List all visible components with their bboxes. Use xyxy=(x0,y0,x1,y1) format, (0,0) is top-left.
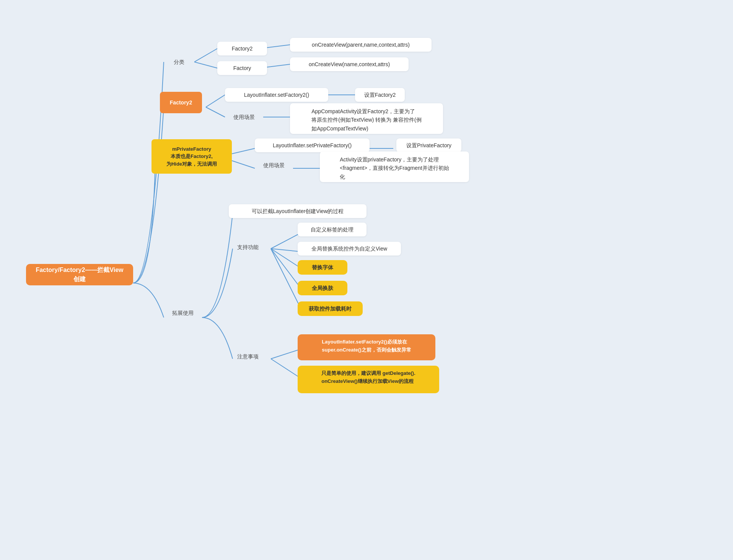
factory2-method-node: onCreateView(parent,name,context,attrs) xyxy=(290,38,432,52)
root-node: Factory/Factory2——拦截View创建 xyxy=(26,264,133,285)
global-skin-label: 全局换肤 xyxy=(312,284,333,292)
factory2-category-label: Factory2 xyxy=(232,45,252,53)
usage2-node: 使用场景 xyxy=(255,158,293,172)
svg-line-17 xyxy=(271,349,301,359)
set-factory2-label: LayoutInflater.setFactory2() xyxy=(244,91,309,99)
svg-line-4 xyxy=(206,95,225,107)
factory2-main-label: Factory2 xyxy=(170,99,192,107)
replace-font-node: 替换字体 xyxy=(298,260,347,275)
mprivate-node: mPrivateFactory 本质也是Factory2, 为Hide对象，无法… xyxy=(151,139,232,174)
set-factory2-node: LayoutInflater.setFactory2() xyxy=(225,88,328,102)
svg-line-16 xyxy=(271,249,301,310)
set-private-desc-node: 设置PrivateFactory xyxy=(396,138,461,152)
svg-line-8 xyxy=(232,148,255,154)
replace-font-label: 替换字体 xyxy=(312,264,333,272)
factory-method-node: onCreateView(name,context,attrs) xyxy=(290,57,409,71)
svg-line-5 xyxy=(206,107,225,117)
svg-line-1 xyxy=(194,62,217,68)
svg-line-15 xyxy=(271,249,301,289)
notice2-node: 只是简单的使用，建议调用 getDelegate(). onCreateView… xyxy=(298,366,439,393)
category-label: 分类 xyxy=(174,58,184,66)
root-label: Factory/Factory2——拦截View创建 xyxy=(33,265,126,284)
replace-all-node: 全局替换系统控件为自定义View xyxy=(298,242,401,256)
usage1-label: 使用场景 xyxy=(233,113,255,121)
get-time-label: 获取控件加载耗时 xyxy=(309,305,352,313)
set-private-label: LayoutInflater.setPrivateFactory() xyxy=(273,142,352,150)
set-private-desc-label: 设置PrivateFactory xyxy=(406,142,451,150)
global-skin-node: 全局换肤 xyxy=(298,281,347,295)
set-factory2-desc-label: 设置Factory2 xyxy=(364,91,396,99)
svg-line-12 xyxy=(271,233,301,249)
factory-method-label: onCreateView(name,context,attrs) xyxy=(309,60,390,68)
mindmap-container: Factory/Factory2——拦截View创建 分类 Factory2 o… xyxy=(11,12,722,548)
intercept-node: 可以拦截LayoutInflater创建View的过程 xyxy=(229,204,366,218)
notice2-label: 只是简单的使用，建议调用 getDelegate(). onCreateView… xyxy=(321,370,415,386)
set-private-node: LayoutInflater.setPrivateFactory() xyxy=(255,138,370,152)
factory-category-label: Factory xyxy=(233,64,251,72)
support-label: 支持功能 xyxy=(237,243,259,251)
svg-line-14 xyxy=(271,249,301,269)
usage1-desc-node: AppCompatActivity设置Factory2，主要为了 将原生控件(例… xyxy=(290,103,443,134)
get-time-node: 获取控件加载耗时 xyxy=(298,301,363,316)
factory2-main-node: Factory2 xyxy=(160,92,202,113)
usage1-node: 使用场景 xyxy=(225,110,263,124)
expand-label: 拓展使用 xyxy=(172,309,194,317)
svg-line-9 xyxy=(232,161,255,168)
factory2-method-label: onCreateView(parent,name,context,attrs) xyxy=(312,41,410,49)
mprivate-label: mPrivateFactory 本质也是Factory2, 为Hide对象，无法… xyxy=(166,145,217,168)
svg-line-0 xyxy=(194,49,217,62)
notice-label: 注意事项 xyxy=(237,353,259,361)
usage2-desc-node: Activity设置privateFactory，主要为了处理 <fragmen… xyxy=(320,151,469,182)
usage2-desc-label: Activity设置privateFactory，主要为了处理 <fragmen… xyxy=(340,155,449,181)
support-node: 支持功能 xyxy=(229,240,267,254)
svg-line-13 xyxy=(271,249,301,252)
replace-all-label: 全局替换系统控件为自定义View xyxy=(311,245,387,253)
notice1-node: LayoutInflater.setFactory2()必须放在 super.o… xyxy=(298,334,435,360)
usage2-label: 使用场景 xyxy=(263,161,285,169)
category-node: 分类 xyxy=(164,55,194,69)
factory-category-node: Factory xyxy=(217,61,267,75)
notice-node: 注意事项 xyxy=(229,350,267,363)
notice1-label: LayoutInflater.setFactory2()必须放在 super.o… xyxy=(322,338,411,354)
custom-tag-node: 自定义标签的处理 xyxy=(298,223,366,236)
usage1-desc-label: AppCompatActivity设置Factory2，主要为了 将原生控件(例… xyxy=(311,107,422,133)
custom-tag-label: 自定义标签的处理 xyxy=(311,226,353,234)
set-factory2-desc-node: 设置Factory2 xyxy=(355,88,405,102)
svg-line-18 xyxy=(271,359,301,379)
expand-node: 拓展使用 xyxy=(164,306,202,320)
factory2-category-node: Factory2 xyxy=(217,42,267,55)
intercept-label: 可以拦截LayoutInflater创建View的过程 xyxy=(252,207,344,215)
